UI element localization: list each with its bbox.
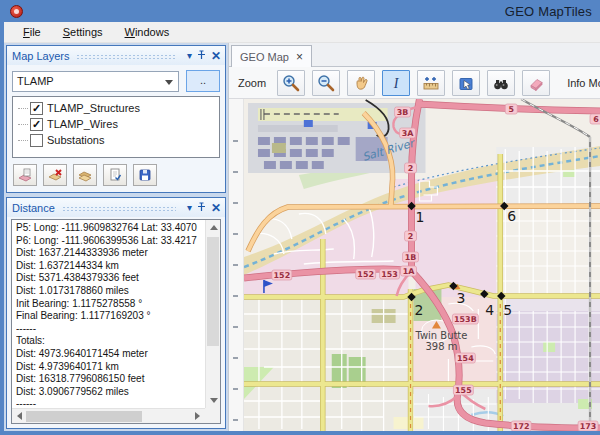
find-button[interactable] (487, 70, 515, 96)
map-canvas[interactable]: 3B 3A 2 2 1B 1A 5 6 152 152 153 153B (244, 99, 600, 431)
distance-line: Dist: 1.6372144334 km (16, 260, 205, 273)
distance-line: P5: Long: -111.9609832764 Lat: 33.4070 (16, 222, 205, 235)
chevron-down-icon[interactable]: ▾ (187, 203, 192, 213)
distance-panel: Distance ▾ ✕ P5: Long: -111.9609832764 L… (6, 197, 226, 429)
distance-line: Dist: 1637.2144333936 meter (16, 247, 205, 260)
app-window: GEO MapTiles File Settings Windows Map L… (0, 0, 600, 435)
delete-layer-icon (47, 167, 63, 183)
layer-row-wires[interactable]: ✓ TLAMP_Wires (13, 116, 219, 132)
layer-properties-button[interactable] (103, 164, 127, 186)
marker-label: 2 (415, 302, 424, 318)
save-layers-button[interactable] (133, 164, 157, 186)
tab-geo-map[interactable]: GEO Map × (231, 45, 312, 67)
check-glyph: ✓ (32, 103, 41, 113)
title-bar: GEO MapTiles (4, 0, 600, 22)
marker-label: 4 (485, 302, 494, 318)
scrollbar-corner (205, 408, 220, 423)
chevron-down-icon (165, 80, 173, 85)
select-features-button[interactable] (452, 70, 480, 96)
layer-row-structures[interactable]: ✓ TLAMP_Structures (13, 100, 219, 116)
scrollbar-thumb[interactable] (26, 411, 142, 422)
check-glyph: ✓ (32, 119, 41, 129)
marker-label: 1 (416, 209, 425, 225)
clear-button[interactable] (522, 70, 550, 96)
scroll-down-icon[interactable] (210, 398, 218, 403)
scrollbar-thumb[interactable] (207, 237, 219, 346)
layer-checkbox[interactable] (30, 134, 43, 147)
measure-button[interactable] (417, 70, 445, 96)
zoom-in-button[interactable] (277, 70, 305, 96)
close-icon[interactable]: ✕ (211, 202, 221, 214)
layer-label: TLAMP_Structures (47, 102, 140, 114)
document-area: GEO Map × Zoom (228, 43, 600, 431)
svg-text:1A: 1A (403, 267, 416, 276)
svg-text:155: 155 (455, 386, 472, 395)
vertical-scrollbar[interactable] (205, 220, 220, 408)
pin-icon[interactable] (197, 202, 206, 214)
info-mode-label: Info Mod (557, 77, 600, 89)
distance-line: Dist: 1.0173178860 miles (16, 285, 205, 298)
svg-text:154: 154 (457, 354, 474, 363)
chevron-down-icon[interactable]: ▾ (187, 51, 192, 61)
scroll-right-icon[interactable] (195, 412, 200, 420)
layer-checkbox[interactable]: ✓ (30, 118, 43, 131)
menu-file[interactable]: File (14, 24, 50, 40)
marker-label: 3 (456, 290, 465, 306)
zoom-label: Zoom (238, 77, 266, 89)
horizontal-scrollbar[interactable] (12, 408, 205, 423)
butte-elev-label: 398 m (426, 341, 458, 352)
scroll-left-icon[interactable] (17, 412, 22, 420)
zoom-out-button[interactable] (312, 70, 340, 96)
save-icon (137, 167, 153, 183)
layer-label: TLAMP_Wires (47, 118, 118, 130)
merge-layers-icon (77, 167, 93, 183)
distance-line: Dist: 16318.7796086150 feet (16, 373, 205, 386)
tab-close-icon[interactable]: × (296, 51, 303, 63)
ruler-ticks (233, 111, 238, 435)
svg-text:6: 6 (593, 115, 599, 124)
svg-text:152: 152 (357, 270, 374, 279)
layer-row-substations[interactable]: Substations (13, 132, 219, 148)
pin-icon[interactable] (197, 50, 206, 62)
svg-text:172: 172 (513, 422, 530, 431)
distance-line: Final Bearing: 1.1177169203 ° (16, 310, 205, 323)
svg-text:5: 5 (508, 105, 514, 114)
layer-checkbox[interactable]: ✓ (30, 102, 43, 115)
browse-layers-button[interactable]: .. (186, 70, 220, 92)
pan-button[interactable] (347, 70, 375, 96)
tree-line (18, 108, 28, 109)
merge-layers-button[interactable] (73, 164, 97, 186)
eraser-icon (527, 74, 545, 92)
delete-layer-button[interactable] (43, 164, 67, 186)
butte-name-label: Twin Butte (414, 330, 467, 341)
scroll-up-icon[interactable] (210, 225, 218, 230)
distance-line: ------ (16, 323, 205, 336)
map-viewport[interactable]: 3B 3A 2 2 1B 1A 5 6 152 152 153 153B (244, 99, 600, 431)
distance-header[interactable]: Distance ▾ ✕ (7, 198, 225, 217)
layer-group-value: TLAMP (13, 75, 54, 87)
map-side-ruler[interactable] (229, 99, 244, 431)
add-layer-button[interactable] (13, 164, 37, 186)
tab-label: GEO Map (240, 51, 289, 63)
distance-text: P5: Long: -111.9609832764 Lat: 33.4070 P… (12, 221, 205, 408)
menu-bar: File Settings Windows (4, 22, 600, 43)
zoom-out-icon (317, 74, 335, 92)
layer-group-combobox[interactable]: TLAMP (12, 71, 179, 92)
select-features-icon (457, 74, 475, 92)
distance-line: Totals: (16, 335, 205, 348)
measure-ruler-icon (422, 74, 440, 92)
svg-text:173: 173 (580, 422, 597, 431)
marker-label: 5 (503, 302, 512, 318)
info-mode-button[interactable]: I (382, 70, 410, 96)
svg-text:3A: 3A (402, 129, 415, 138)
close-icon[interactable]: ✕ (211, 50, 221, 62)
menu-settings[interactable]: Settings (54, 24, 112, 40)
distance-title: Distance (12, 202, 55, 214)
tab-strip: GEO Map × (229, 43, 600, 67)
distance-line: Dist: 3.0906779562 miles (16, 386, 205, 399)
panel-drag-texture (62, 206, 176, 212)
distance-line: Dist: 5371.4384379336 feet (16, 272, 205, 285)
map-layers-header[interactable]: Map Layers ▾ ✕ (7, 46, 225, 65)
distance-results: P5: Long: -111.9609832764 Lat: 33.4070 P… (11, 219, 221, 424)
menu-windows[interactable]: Windows (116, 24, 179, 40)
